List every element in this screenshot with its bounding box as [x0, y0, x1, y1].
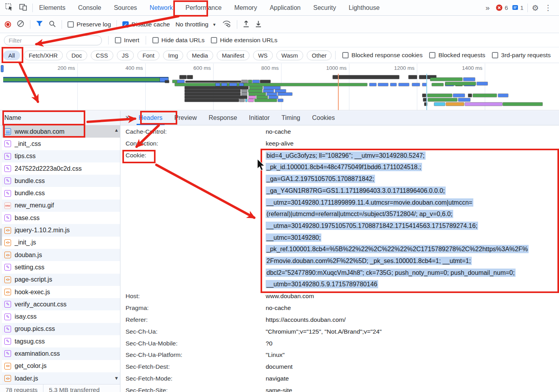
request-name: jquery-1.10.2.min.js — [15, 227, 70, 234]
waterfall-bar — [458, 98, 470, 101]
details-tab-preview[interactable]: Preview — [169, 111, 203, 125]
details-tab-initiator[interactable]: Initiator — [243, 111, 276, 125]
request-row[interactable]: bundle.css — [0, 175, 120, 187]
name-column-header[interactable]: Name — [0, 111, 120, 125]
waterfall-bar — [463, 78, 475, 81]
close-icon[interactable]: × — [124, 113, 133, 123]
checkbox-unchecked — [115, 37, 121, 43]
js-file-icon — [4, 375, 11, 382]
blocked-requests-checkbox[interactable]: Blocked requests — [429, 52, 485, 59]
third-party-requests-checkbox[interactable]: 3rd-party requests — [492, 52, 551, 59]
tab-application[interactable]: Application — [263, 0, 307, 15]
blocked-response-cookies-checkbox[interactable]: Blocked response cookies — [342, 52, 422, 59]
details-tab-timing[interactable]: Timing — [276, 111, 306, 125]
details-tab-response[interactable]: Response — [203, 111, 243, 125]
request-row[interactable]: loader.js — [0, 372, 120, 385]
checkbox-unchecked — [342, 52, 349, 58]
request-row[interactable]: jquery-1.10.2.min.js — [0, 224, 120, 236]
request-row[interactable]: isay.css — [0, 310, 120, 323]
cookie-line-text: _ga_Y4GN1R87RG=GS1.1.1711896403.3.0.1711… — [266, 187, 446, 195]
request-row[interactable]: verify_account.css — [0, 298, 120, 310]
tab-elements[interactable]: Elements — [33, 0, 72, 15]
error-badge[interactable]: 6 — [496, 4, 508, 11]
search-icon[interactable] — [49, 20, 56, 29]
filter-chip-ws[interactable]: WS — [253, 50, 273, 60]
details-tab-cookies[interactable]: Cookies — [306, 111, 341, 125]
request-row[interactable]: _init_.css — [0, 138, 120, 150]
request-row[interactable]: base.css — [0, 212, 120, 224]
clear-network-log-icon[interactable] — [17, 20, 24, 29]
preserve-log-checkbox[interactable]: Preserve log — [68, 21, 111, 28]
filter-chip-manifest[interactable]: Manifest — [217, 50, 249, 60]
message-badge[interactable]: 1 — [512, 4, 523, 11]
filter-chip-font[interactable]: Font — [137, 50, 159, 60]
export-har-icon[interactable] — [255, 20, 262, 29]
left-scrollbar-track[interactable] — [0, 125, 2, 384]
scroll-down-icon[interactable]: ▼ — [114, 375, 119, 381]
request-row[interactable]: group.pics.css — [0, 323, 120, 335]
toggle-device-toolbar-icon[interactable] — [19, 3, 28, 13]
request-row[interactable]: examination.css — [0, 347, 120, 360]
tab-performance[interactable]: Performance — [179, 0, 228, 15]
waterfall-bar — [278, 99, 283, 102]
request-row[interactable]: tagsug.css — [0, 335, 120, 347]
request-row[interactable]: page-script.js — [0, 274, 120, 286]
filter-chip-fetch-xhr[interactable]: Fetch/XHR — [24, 50, 63, 60]
disable-cache-checkbox[interactable]: Disable cache — [122, 21, 170, 28]
header-value: ?0 — [266, 340, 272, 347]
hide-extension-urls-checkbox[interactable]: Hide extension URLs — [211, 37, 278, 44]
request-row[interactable]: newnew_menu.gif — [0, 200, 120, 212]
waterfall-bar — [453, 94, 465, 97]
inspect-element-icon[interactable] — [5, 3, 13, 13]
tab-network[interactable]: Network — [143, 0, 179, 15]
request-row[interactable]: get_color.js — [0, 360, 120, 372]
waterfall-bar — [242, 93, 247, 95]
filter-chip-js[interactable]: JS — [117, 50, 134, 60]
filter-funnel-icon[interactable] — [36, 21, 43, 28]
details-tab-headers[interactable]: Headers — [133, 111, 168, 125]
divider — [30, 20, 30, 29]
filter-chip-img[interactable]: Img — [163, 50, 183, 60]
request-row[interactable]: 247522d2223a0c2d.css — [0, 162, 120, 175]
scroll-up-icon[interactable]: ▲ — [114, 127, 119, 133]
cookie-line-text: dbcl2="52477890:mXuqcVmJ4h8"; ck=735G; p… — [266, 269, 516, 277]
record-network-log-button[interactable] — [5, 21, 11, 28]
header-value: www.douban.com — [266, 293, 314, 300]
filter-chip-wasm[interactable]: Wasm — [276, 50, 303, 60]
load-event-marker — [338, 74, 339, 110]
network-filter-row: Invert Hide data URLs Hide extension URL… — [0, 34, 559, 47]
network-overview-timeline[interactable]: 200 ms400 ms600 ms800 ms1000 ms1200 ms14… — [0, 63, 559, 110]
waterfall-bar — [248, 80, 252, 83]
js-file-icon — [4, 252, 11, 258]
tab-memory[interactable]: Memory — [228, 0, 263, 15]
filter-chip-media[interactable]: Media — [187, 50, 213, 60]
filter-chip-doc[interactable]: Doc — [66, 50, 87, 60]
header-name: Sec-Ch-Ua: — [126, 328, 266, 335]
tab-console[interactable]: Console — [72, 0, 108, 15]
invert-checkbox[interactable]: Invert — [115, 37, 139, 44]
more-panels-icon[interactable]: » — [483, 4, 492, 12]
filter-input[interactable] — [4, 35, 102, 45]
network-conditions-icon[interactable] — [222, 20, 231, 29]
request-row[interactable]: douban.js — [0, 249, 120, 261]
request-row[interactable]: tips.css — [0, 150, 120, 162]
header-name: Cookie: — [126, 149, 266, 161]
filter-chip-all[interactable]: All — [3, 50, 20, 60]
tab-sources[interactable]: Sources — [107, 0, 143, 15]
tab-lighthouse[interactable]: Lighthouse — [342, 0, 386, 15]
request-row[interactable]: _init_.js — [0, 237, 120, 249]
hide-data-urls-checkbox[interactable]: Hide data URLs — [152, 37, 204, 44]
filter-chip-css[interactable]: CSS — [91, 50, 113, 60]
filter-chip-other[interactable]: Other — [307, 50, 332, 60]
request-row[interactable]: bundle.css — [0, 187, 120, 199]
request-row[interactable]: www.douban.com — [0, 125, 120, 138]
settings-gear-icon[interactable]: ⚙ — [532, 3, 539, 13]
kebab-menu-icon[interactable]: ⋮ — [543, 3, 553, 12]
left-scrollbar-thumb[interactable] — [0, 228, 2, 246]
request-row[interactable]: hook-exec.js — [0, 286, 120, 298]
request-name: hook-exec.js — [15, 289, 50, 296]
tab-security[interactable]: Security — [307, 0, 342, 15]
import-har-icon[interactable] — [243, 20, 249, 29]
request-row[interactable]: setting.css — [0, 261, 120, 273]
throttling-select[interactable]: No throttling ▼ — [175, 21, 216, 28]
